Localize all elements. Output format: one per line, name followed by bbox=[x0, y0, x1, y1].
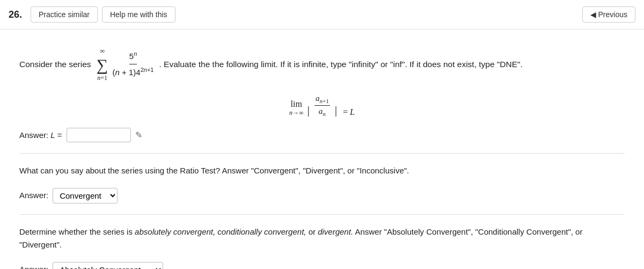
limit-expression: lim n→∞ | an+1 an | = L bbox=[289, 94, 355, 117]
previous-button[interactable]: ◀ Previous bbox=[582, 6, 635, 23]
evaluate-text: . Evaluate the the following limit. If i… bbox=[159, 58, 522, 71]
abs-numerator: an+1 bbox=[314, 94, 330, 106]
abs-fraction: an+1 an bbox=[314, 94, 330, 117]
problem-number: 26. bbox=[9, 9, 22, 20]
answer-label: Answer: L = bbox=[19, 130, 62, 140]
ratio-test-text: What can you say about the series using … bbox=[19, 166, 409, 175]
convergence-divergent: divergent. bbox=[318, 227, 353, 236]
limit-block: lim n→∞ | an+1 an | = L bbox=[289, 94, 355, 117]
ratio-test-answer-row: Answer: Convergent Divergent Inconclusiv… bbox=[19, 188, 625, 203]
ratio-test-question: What can you say about the series using … bbox=[19, 164, 625, 177]
main-content: Consider the series ∞ ∑ n=1 5n (n + 1)42… bbox=[0, 30, 644, 269]
convergence-italic: absolutely convergent, conditionally con… bbox=[135, 227, 306, 236]
practice-similar-button[interactable]: Practice similar bbox=[31, 6, 98, 23]
answer-input[interactable] bbox=[67, 128, 131, 142]
sigma-upper: ∞ bbox=[100, 46, 105, 57]
ratio-test-select[interactable]: Convergent Divergent Inconclusive bbox=[53, 188, 118, 203]
problem-statement: Consider the series ∞ ∑ n=1 5n (n + 1)42… bbox=[19, 46, 625, 83]
abs-right: | bbox=[335, 103, 337, 117]
divider-2 bbox=[19, 214, 625, 215]
convergence-type-select[interactable]: Absolutely Convergent Conditionally Conv… bbox=[53, 262, 163, 269]
convergence-answer-row: Answer: Absolutely Convergent Conditiona… bbox=[19, 262, 625, 269]
convergence-text-1: Determine whether the series is bbox=[19, 227, 133, 236]
abs-denominator: an bbox=[318, 106, 327, 117]
ratio-test-section: What can you say about the series using … bbox=[19, 164, 625, 203]
convergence-answer-label: Answer: bbox=[19, 263, 48, 269]
help-button[interactable]: Help me with this bbox=[102, 6, 175, 23]
consider-text: Consider the series bbox=[19, 58, 91, 71]
divider-1 bbox=[19, 153, 625, 154]
sigma-lower: n=1 bbox=[97, 73, 107, 83]
pencil-icon[interactable]: ✎ bbox=[135, 130, 142, 140]
series-fraction: 5n (n + 1)42n+1 bbox=[113, 49, 154, 79]
abs-left: | bbox=[308, 103, 310, 117]
fraction-numerator: 5n bbox=[129, 49, 137, 64]
convergence-section: Determine whether the series is absolute… bbox=[19, 226, 625, 269]
sigma-symbol: ∑ bbox=[97, 57, 108, 73]
fraction-denominator: (n + 1)42n+1 bbox=[113, 64, 154, 79]
equals-L: = L bbox=[343, 107, 355, 117]
answer-row: Answer: L = ✎ bbox=[19, 128, 625, 142]
lim-subscript: n→∞ bbox=[289, 109, 304, 117]
top-bar: 26. Practice similar Help me with this ◀… bbox=[0, 0, 644, 30]
ratio-answer-label: Answer: bbox=[19, 189, 48, 202]
convergence-question: Determine whether the series is absolute… bbox=[19, 226, 625, 251]
lim-label: lim bbox=[291, 99, 302, 109]
convergence-text-2: or bbox=[309, 227, 316, 236]
